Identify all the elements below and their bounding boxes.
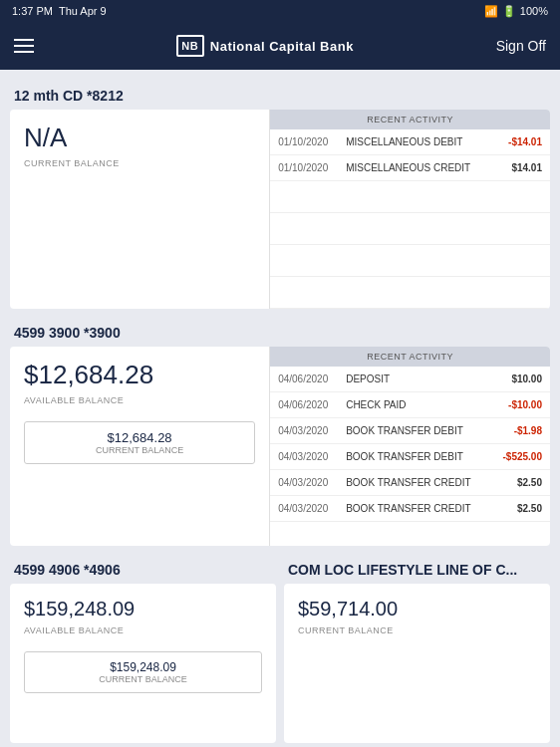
main-content: 12 mth CD *8212 N/A CURRENT BALANCE RECE… — [0, 70, 560, 747]
activity-date: 04/03/2020 — [278, 451, 340, 462]
activity-row: 01/10/2020 MISCELLANEOUS DEBIT -$14.01 — [270, 129, 550, 155]
activity-amount: $10.00 — [492, 374, 542, 384]
activity-date: 04/03/2020 — [278, 503, 340, 514]
menu-line-3 — [14, 51, 34, 53]
activity-desc: MISCELLANEOUS DEBIT — [346, 136, 486, 147]
activity-row-empty-4 — [270, 277, 550, 309]
activity-date: 01/10/2020 — [278, 136, 340, 147]
activity-row: 04/03/2020 BOOK TRANSFER DEBIT -$1.98 — [270, 418, 550, 444]
balance-large-loc: $59,714.00 — [298, 598, 536, 620]
activity-row: 01/10/2020 MISCELLANEOUS CREDIT $14.01 — [270, 155, 550, 181]
activity-row: 04/03/2020 BOOK TRANSFER DEBIT -$525.00 — [270, 444, 550, 470]
activity-row-empty-3 — [270, 245, 550, 277]
current-balance-label-4906: CURRENT BALANCE — [35, 674, 251, 684]
activity-amount: -$525.00 — [492, 451, 542, 462]
activity-row-empty-2 — [270, 213, 550, 245]
balance-label-cd8212: CURRENT BALANCE — [24, 158, 255, 168]
menu-line-2 — [14, 45, 34, 47]
current-balance-amount-3900: $12,684.28 — [35, 430, 244, 445]
balance-label-4906: AVAILABLE BALANCE — [24, 625, 262, 635]
activity-amount: -$1.98 — [492, 425, 542, 436]
activity-row: 04/06/2020 DEPOSIT $10.00 — [270, 367, 550, 392]
balance-label-loc: CURRENT BALANCE — [298, 625, 536, 635]
balance-panel-loc: $59,714.00 CURRENT BALANCE — [284, 584, 550, 649]
balance-panel-3900: $12,684.28 AVAILABLE BALANCE $12,684.28 … — [10, 347, 269, 546]
activity-desc: BOOK TRANSFER DEBIT — [346, 425, 486, 436]
logo-letters: NB — [181, 40, 198, 52]
current-balance-label-3900: CURRENT BALANCE — [35, 445, 244, 455]
menu-button[interactable] — [14, 39, 34, 53]
balance-large-4906: $159,248.09 — [24, 598, 262, 620]
activity-amount: $2.50 — [492, 477, 542, 488]
bank-name: National Capital Bank — [210, 39, 354, 54]
wifi-icon: 📶 — [484, 5, 498, 18]
activity-amount: -$10.00 — [492, 399, 542, 410]
status-bar: 1:37 PM Thu Apr 9 📶 🔋 100% — [0, 0, 560, 22]
activity-desc: MISCELLANEOUS CREDIT — [346, 162, 486, 173]
activity-row: 04/06/2020 CHECK PAID -$10.00 — [270, 392, 550, 418]
activity-row: 04/03/2020 BOOK TRANSFER CREDIT $2.50 — [270, 496, 550, 522]
current-balance-box-3900: $12,684.28 CURRENT BALANCE — [24, 421, 255, 464]
date: Thu Apr 9 — [59, 5, 107, 17]
account-section-3900: 4599 3900 *3900 $12,684.28 AVAILABLE BAL… — [10, 317, 550, 546]
logo-icon: NB — [176, 35, 204, 57]
activity-row-empty-1 — [270, 181, 550, 213]
activity-desc: BOOK TRANSFER DEBIT — [346, 451, 486, 462]
battery-percent: 100% — [520, 5, 548, 17]
activity-amount: $14.01 — [492, 162, 542, 173]
balance-label-3900: AVAILABLE BALANCE — [24, 395, 255, 405]
battery-icon: 🔋 — [502, 5, 516, 18]
activity-panel-3900: RECENT ACTIVITY 04/06/2020 DEPOSIT $10.0… — [269, 347, 550, 546]
activity-desc: DEPOSIT — [346, 374, 486, 384]
bank-logo: NB National Capital Bank — [176, 35, 354, 57]
activity-header-3900: RECENT ACTIVITY — [270, 347, 550, 367]
activity-desc: BOOK TRANSFER CREDIT — [346, 503, 486, 514]
account-title-4906: 4599 4906 *4906 — [10, 554, 276, 584]
account-section-loc: COM LOC LIFESTYLE LINE OF C... $59,714.0… — [284, 554, 550, 743]
activity-date: 04/06/2020 — [278, 399, 340, 410]
activity-date: 04/06/2020 — [278, 374, 340, 384]
account-card-cd8212: N/A CURRENT BALANCE RECENT ACTIVITY 01/1… — [10, 110, 550, 309]
activity-header-cd8212: RECENT ACTIVITY — [270, 110, 550, 129]
account-section-4906: 4599 4906 *4906 $159,248.09 AVAILABLE BA… — [10, 554, 276, 743]
balance-panel-cd8212: N/A CURRENT BALANCE — [10, 110, 269, 309]
activity-date: 01/10/2020 — [278, 162, 340, 173]
status-left: 1:37 PM Thu Apr 9 — [12, 5, 107, 17]
bottom-accounts: 4599 4906 *4906 $159,248.09 AVAILABLE BA… — [10, 554, 550, 743]
current-balance-box-4906: $159,248.09 CURRENT BALANCE — [24, 651, 262, 693]
balance-panel-4906: $159,248.09 AVAILABLE BALANCE $159,248.0… — [10, 584, 276, 707]
status-right: 📶 🔋 100% — [484, 5, 548, 18]
account-title-loc: COM LOC LIFESTYLE LINE OF C... — [284, 554, 550, 584]
current-balance-amount-4906: $159,248.09 — [35, 660, 251, 674]
activity-date: 04/03/2020 — [278, 477, 340, 488]
activity-panel-cd8212: RECENT ACTIVITY 01/10/2020 MISCELLANEOUS… — [269, 110, 550, 309]
activity-amount: $2.50 — [492, 503, 542, 514]
account-title-3900: 4599 3900 *3900 — [10, 317, 550, 347]
balance-large-3900: $12,684.28 — [24, 361, 255, 389]
activity-desc: CHECK PAID — [346, 399, 486, 410]
account-card-loc: $59,714.00 CURRENT BALANCE — [284, 584, 550, 743]
header: NB National Capital Bank Sign Off — [0, 22, 560, 70]
activity-date: 04/03/2020 — [278, 425, 340, 436]
activity-desc: BOOK TRANSFER CREDIT — [346, 477, 486, 488]
menu-line-1 — [14, 39, 34, 41]
activity-row: 04/03/2020 BOOK TRANSFER CREDIT $2.50 — [270, 470, 550, 496]
time: 1:37 PM — [12, 5, 53, 17]
activity-amount: -$14.01 — [492, 136, 542, 147]
sign-off-button[interactable]: Sign Off — [496, 38, 546, 54]
account-card-3900: $12,684.28 AVAILABLE BALANCE $12,684.28 … — [10, 347, 550, 546]
account-title-cd8212: 12 mth CD *8212 — [10, 80, 550, 110]
account-card-4906: $159,248.09 AVAILABLE BALANCE $159,248.0… — [10, 584, 276, 743]
balance-large-cd8212: N/A — [24, 124, 255, 152]
account-section-cd8212: 12 mth CD *8212 N/A CURRENT BALANCE RECE… — [10, 80, 550, 309]
